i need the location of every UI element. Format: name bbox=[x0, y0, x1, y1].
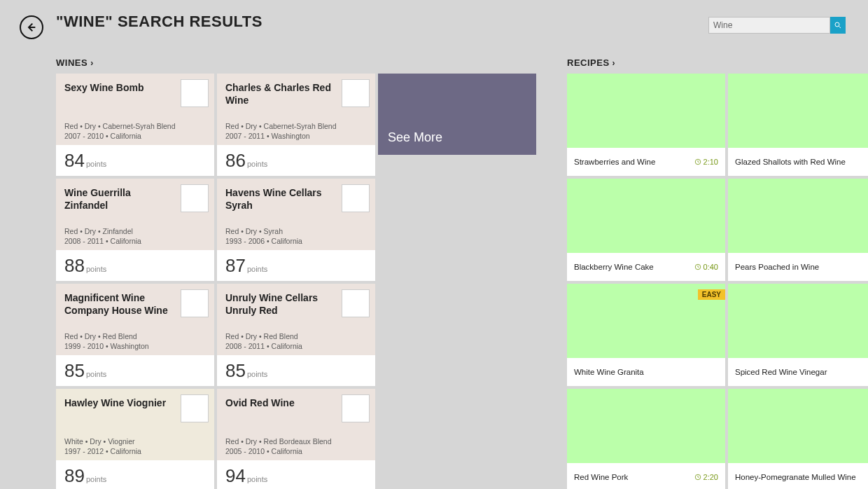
wines-section: WINES › Sexy Wine BombRed • Dry • Cabern… bbox=[56, 56, 536, 489]
wine-score-label: points bbox=[247, 160, 267, 168]
wine-score-number: 94 bbox=[225, 460, 246, 489]
search-icon bbox=[834, 21, 842, 29]
wine-card[interactable]: Charles & Charles Red WineRed • Dry • Ca… bbox=[217, 74, 375, 176]
chevron-right-icon: › bbox=[90, 58, 94, 68]
clock-icon bbox=[694, 263, 701, 270]
recipe-image bbox=[567, 389, 725, 463]
back-button[interactable] bbox=[20, 15, 43, 39]
clock-icon bbox=[694, 474, 701, 481]
see-more-tile[interactable]: See More bbox=[378, 74, 536, 155]
recipe-card[interactable]: Spiced Red Wine Vinegar bbox=[728, 284, 868, 386]
recipe-image bbox=[567, 179, 725, 253]
recipe-time: 2:20 bbox=[694, 473, 718, 481]
page-title: "WINE" SEARCH RESULTS bbox=[56, 13, 262, 31]
wine-card[interactable]: Hawley Wine ViognierWhite • Dry • Viogni… bbox=[56, 389, 214, 489]
wine-score-number: 84 bbox=[64, 145, 85, 176]
wine-meta: Red • Dry • Syrah1993 - 2006 • Californi… bbox=[225, 226, 302, 246]
wine-thumbnail bbox=[342, 394, 370, 422]
wine-card[interactable]: Wine Guerrilla ZinfandelRed • Dry • Zinf… bbox=[56, 179, 214, 281]
wine-card[interactable]: Ovid Red WineRed • Dry • Red Bordeaux Bl… bbox=[217, 389, 375, 489]
recipe-image bbox=[728, 284, 868, 358]
recipe-card[interactable]: Honey-Pomegranate Mulled Wine bbox=[728, 389, 868, 489]
wine-meta: Red • Dry • Zinfandel2008 - 2011 • Calif… bbox=[64, 226, 141, 246]
wine-meta: Red • Dry • Red Bordeaux Blend2005 - 201… bbox=[225, 436, 332, 456]
recipe-image bbox=[728, 179, 868, 253]
wine-thumbnail bbox=[342, 289, 370, 317]
wine-score: 86points bbox=[217, 145, 375, 176]
wine-meta: Red • Dry • Cabernet-Syrah Blend2007 - 2… bbox=[225, 121, 337, 141]
wine-thumbnail bbox=[181, 79, 209, 107]
wine-meta: Red • Dry • Red Blend1999 - 2010 • Washi… bbox=[64, 331, 149, 351]
search-input[interactable] bbox=[708, 17, 830, 34]
wine-score-label: points bbox=[247, 475, 267, 483]
recipe-title: White Wine Granita bbox=[574, 368, 644, 376]
wine-score-number: 85 bbox=[64, 355, 85, 386]
wine-score: 84points bbox=[56, 145, 214, 176]
wine-score-number: 87 bbox=[225, 250, 246, 281]
chevron-right-icon: › bbox=[612, 58, 616, 68]
recipe-title: Red Wine Pork bbox=[574, 473, 628, 481]
app-header: "WINE" SEARCH RESULTS bbox=[0, 0, 868, 56]
recipe-card[interactable]: Blackberry Wine Cake0:40 bbox=[567, 179, 725, 281]
svg-point-0 bbox=[835, 22, 839, 27]
recipe-title: Spiced Red Wine Vinegar bbox=[735, 368, 827, 376]
recipe-image bbox=[728, 389, 868, 463]
recipes-section: RECIPES › Strawberries and Wine2:10Glaze… bbox=[567, 56, 868, 489]
arrow-left-icon bbox=[26, 22, 37, 33]
wine-score: 87points bbox=[217, 250, 375, 281]
search-box bbox=[708, 17, 846, 34]
recipes-header[interactable]: RECIPES › bbox=[567, 57, 615, 68]
wine-card[interactable]: Havens Wine Cellars SyrahRed • Dry • Syr… bbox=[217, 179, 375, 281]
wine-score-number: 88 bbox=[64, 250, 85, 281]
wines-header-label: WINES bbox=[56, 57, 88, 68]
wine-score-number: 89 bbox=[64, 460, 85, 489]
recipes-grid: Strawberries and Wine2:10Glazed Shallots… bbox=[567, 74, 868, 489]
wine-score-label: points bbox=[86, 370, 106, 378]
wines-grid: Sexy Wine BombRed • Dry • Cabernet-Syrah… bbox=[56, 74, 536, 489]
recipes-header-label: RECIPES bbox=[567, 57, 610, 68]
wine-score-label: points bbox=[247, 370, 267, 378]
recipe-time: 2:10 bbox=[694, 158, 718, 166]
wine-score: 89points bbox=[56, 460, 214, 489]
recipe-card[interactable]: Pears Poached in Wine bbox=[728, 179, 868, 281]
recipe-card[interactable]: Strawberries and Wine2:10 bbox=[567, 74, 725, 176]
empty-cell bbox=[378, 179, 536, 281]
wine-score: 88points bbox=[56, 250, 214, 281]
wine-thumbnail bbox=[181, 289, 209, 317]
wine-card[interactable]: Sexy Wine BombRed • Dry • Cabernet-Syrah… bbox=[56, 74, 214, 176]
clock-icon bbox=[694, 158, 701, 165]
wine-score: 85points bbox=[56, 355, 214, 386]
wines-header[interactable]: WINES › bbox=[56, 57, 94, 68]
wine-score-label: points bbox=[86, 265, 106, 273]
wine-score-label: points bbox=[247, 265, 267, 273]
recipe-card[interactable]: Glazed Shallots with Red Wine bbox=[728, 74, 868, 176]
wine-score-label: points bbox=[86, 475, 106, 483]
wine-score-number: 85 bbox=[225, 355, 246, 386]
content: WINES › Sexy Wine BombRed • Dry • Cabern… bbox=[0, 56, 868, 489]
wine-thumbnail bbox=[181, 394, 209, 422]
recipe-title: Pears Poached in Wine bbox=[735, 263, 819, 271]
recipe-title: Glazed Shallots with Red Wine bbox=[735, 158, 846, 166]
recipe-title: Blackberry Wine Cake bbox=[574, 263, 654, 271]
recipe-image bbox=[728, 74, 868, 148]
difficulty-badge: EASY bbox=[698, 289, 725, 300]
wine-meta: Red • Dry • Cabernet-Syrah Blend2007 - 2… bbox=[64, 121, 176, 141]
empty-cell bbox=[378, 284, 536, 386]
wine-thumbnail bbox=[342, 79, 370, 107]
recipe-image bbox=[567, 74, 725, 148]
wine-score-label: points bbox=[86, 160, 106, 168]
recipe-title: Honey-Pomegranate Mulled Wine bbox=[735, 473, 856, 481]
search-button[interactable] bbox=[830, 17, 846, 34]
recipe-card[interactable]: Red Wine Pork2:20 bbox=[567, 389, 725, 489]
recipe-time: 0:40 bbox=[694, 263, 718, 271]
wine-score-number: 86 bbox=[225, 145, 246, 176]
recipe-card[interactable]: EASYWhite Wine Granita bbox=[567, 284, 725, 386]
wine-thumbnail bbox=[181, 184, 209, 212]
wine-meta: White • Dry • Viognier1997 - 2012 • Cali… bbox=[64, 436, 141, 456]
wine-card[interactable]: Unruly Wine Cellars Unruly RedRed • Dry … bbox=[217, 284, 375, 386]
recipe-image: EASY bbox=[567, 284, 725, 358]
wine-thumbnail bbox=[342, 184, 370, 212]
wine-card[interactable]: Magnificent Wine Company House WineRed •… bbox=[56, 284, 214, 386]
wine-meta: Red • Dry • Red Blend2008 - 2011 • Calif… bbox=[225, 331, 302, 351]
wine-score: 85points bbox=[217, 355, 375, 386]
